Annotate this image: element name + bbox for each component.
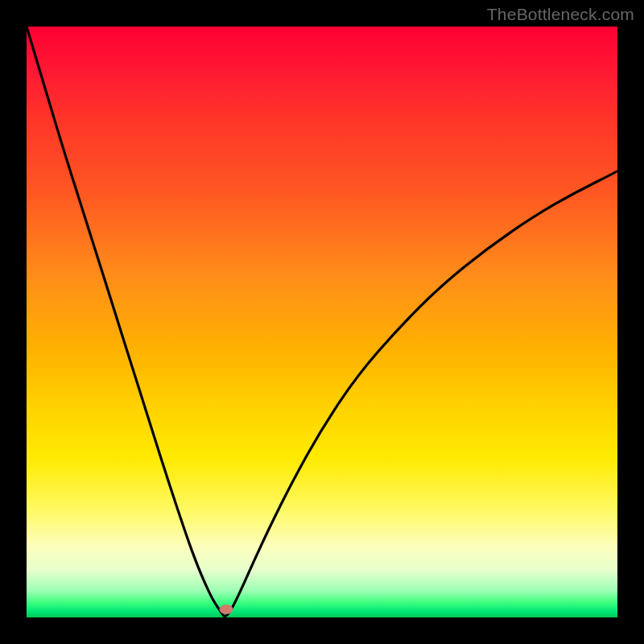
minimum-marker	[220, 605, 233, 614]
watermark-text: TheBottleneck.com	[487, 5, 634, 24]
curve-path	[27, 27, 617, 616]
plot-area	[27, 27, 617, 617]
chart-frame: TheBottleneck.com	[0, 0, 644, 644]
bottleneck-curve	[27, 27, 617, 617]
